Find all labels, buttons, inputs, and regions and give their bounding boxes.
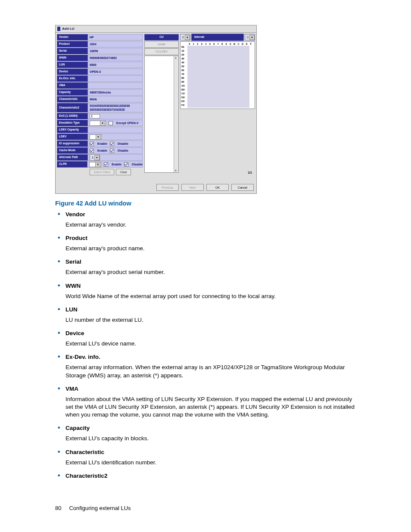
definition-term: Characteristic: [65, 449, 359, 455]
alternate-path-label: Alternate Path: [57, 154, 88, 161]
clpr-enable-checkbox[interactable]: [104, 162, 108, 167]
vma-label: VMA: [57, 82, 88, 89]
page-footer: 80 Configuring external LUs: [55, 505, 359, 511]
cache-mode-label: Cache Mode: [57, 147, 88, 154]
serial-label: Serial: [57, 48, 88, 54]
culdev-button[interactable]: CU:LDEV: [144, 48, 179, 55]
vendor-label: Vendor: [57, 34, 88, 40]
clpr-field: ▼ Enable Disable: [87, 161, 143, 168]
definition-desc: External LU's identification number.: [65, 459, 359, 467]
definition-term: Ex-Dev. info.: [65, 354, 359, 360]
definition-desc: External array's product name.: [65, 245, 359, 252]
add-lu-dialog: Add LU VendorHP Product1024 Serial10056 …: [55, 25, 257, 194]
cache-enable-checkbox[interactable]: [90, 149, 94, 153]
title-icon: [57, 27, 60, 31]
pager: 1/1: [248, 171, 252, 174]
figure-caption: Figure 42 Add LU window: [55, 200, 359, 207]
previous-button[interactable]: Previous: [156, 184, 179, 191]
vma-value: [88, 82, 143, 89]
ldev-capacity-label: LDEV Capacity: [57, 127, 88, 133]
characteristic2-label: Characteristic2: [57, 103, 88, 112]
vendor-value: HP: [88, 34, 143, 40]
definition-desc: External array's product serial number.: [65, 268, 359, 276]
definition-item: Ex-Dev. info.External array information.…: [55, 354, 359, 379]
emulation-type-label: Emulation Type: [57, 120, 88, 126]
emulation-type-select[interactable]: ▼: [90, 121, 106, 126]
definition-item: LUNLU number of the external LU.: [55, 306, 359, 324]
page-number: 80: [55, 505, 61, 511]
definition-desc: External array's vendor.: [65, 221, 359, 229]
definition-desc: LU number of the external LU.: [65, 316, 359, 324]
characteristic-value: 004A: [88, 96, 143, 103]
definition-item: CapacityExternal LU's capacity in blocks…: [55, 425, 359, 442]
exg-label: ExG (1-16384): [57, 113, 88, 119]
cu-list-scrollbar[interactable]: [174, 56, 178, 172]
characteristic2-value: 523435302030303031303030 303536203030373…: [88, 103, 143, 112]
io-suppression-label: IO suppression: [57, 140, 88, 147]
definition-term: Device: [65, 330, 359, 336]
ldev-grid[interactable]: 0123456789ABCDEF 00102030405060708090A0B…: [180, 41, 255, 109]
clpr-label: CLPR: [57, 161, 87, 168]
select-paths-button[interactable]: Select Paths: [90, 169, 114, 175]
definition-item: VMAInformation about the VMA setting of …: [55, 386, 359, 419]
grid-top-select[interactable]: 0▼: [180, 34, 190, 40]
lun-value: 0000: [88, 62, 143, 68]
definition-item: Characteristic2: [55, 473, 359, 479]
definition-item: VendorExternal array's vendor.: [55, 211, 359, 229]
characteristic-label: Characteristic: [57, 96, 88, 103]
wwn-label: WWN: [57, 55, 88, 61]
definition-item: WWNWorld Wide Name of the external array…: [55, 283, 359, 300]
clpr-select[interactable]: ▼: [89, 162, 101, 167]
definition-item: SerialExternal array's product serial nu…: [55, 258, 359, 276]
definition-term: WWN: [65, 283, 359, 289]
ok-button[interactable]: OK: [206, 184, 229, 191]
except-openv-label: Except OPEN-V: [116, 121, 139, 124]
alternate-path-select[interactable]: 1▼: [90, 154, 100, 161]
alternate-path-field: 1▼: [88, 154, 143, 161]
serial-value: 10056: [88, 48, 143, 54]
ldev-field: ▼: [88, 134, 143, 140]
device-value: OPEN-3: [88, 68, 143, 75]
definition-desc: Information about the VMA setting of LUN…: [65, 395, 359, 419]
wwn-value: 50060E8003274802: [88, 55, 143, 61]
capacity-label: Capacity: [57, 89, 88, 96]
io-suppression-field: Enable Disable: [88, 140, 143, 147]
dialog-title-text: Add LU: [62, 27, 74, 31]
emulation-type-field: ▼ Except OPEN-V: [88, 120, 143, 126]
capacity-value: 4806720blocks: [88, 89, 143, 96]
clpr-disable-checkbox[interactable]: [124, 162, 128, 167]
definition-item: DeviceExternal LU's device name.: [55, 330, 359, 348]
definition-term: VMA: [65, 386, 359, 392]
definition-item: CharacteristicExternal LU's identificati…: [55, 449, 359, 467]
definition-term: Serial: [65, 258, 359, 265]
definition-term: Vendor: [65, 211, 359, 218]
io-enable-checkbox[interactable]: [90, 142, 94, 146]
next-button[interactable]: Next: [181, 184, 204, 191]
definition-term: Product: [65, 235, 359, 241]
definition-desc: External LU's capacity in blocks.: [65, 435, 359, 442]
product-label: Product: [57, 41, 88, 47]
product-value: 1024: [88, 41, 143, 47]
dialog-title: Add LU: [56, 25, 256, 33]
interval-select[interactable]: 0▼: [245, 34, 255, 40]
io-disable-checkbox[interactable]: [110, 142, 114, 146]
exdev-value: [88, 75, 143, 82]
ldev-label: LDEV: [57, 134, 88, 140]
cancel-button[interactable]: Cancel: [231, 184, 254, 191]
linear-button[interactable]: Linear: [144, 41, 179, 48]
interval-label: Interval: [191, 34, 244, 41]
cache-mode-field: Enable Disable: [88, 147, 143, 154]
section-title: Configuring external LUs: [69, 505, 131, 511]
exg-field[interactable]: 1: [88, 113, 143, 119]
exg-input[interactable]: 1: [90, 114, 100, 118]
cache-disable-checkbox[interactable]: [110, 149, 114, 153]
except-openv-checkbox[interactable]: [109, 121, 113, 125]
ldev-select[interactable]: ▼: [90, 134, 102, 140]
cu-list[interactable]: [144, 56, 179, 173]
definition-desc: External array information. When the ext…: [65, 364, 359, 379]
lun-label: LUN: [57, 62, 88, 68]
exdev-label: Ex-Dev. info.: [57, 75, 88, 82]
definition-term: Capacity: [65, 425, 359, 431]
clear-button[interactable]: Clear: [116, 169, 131, 175]
ldev-capacity-value[interactable]: [88, 127, 143, 133]
